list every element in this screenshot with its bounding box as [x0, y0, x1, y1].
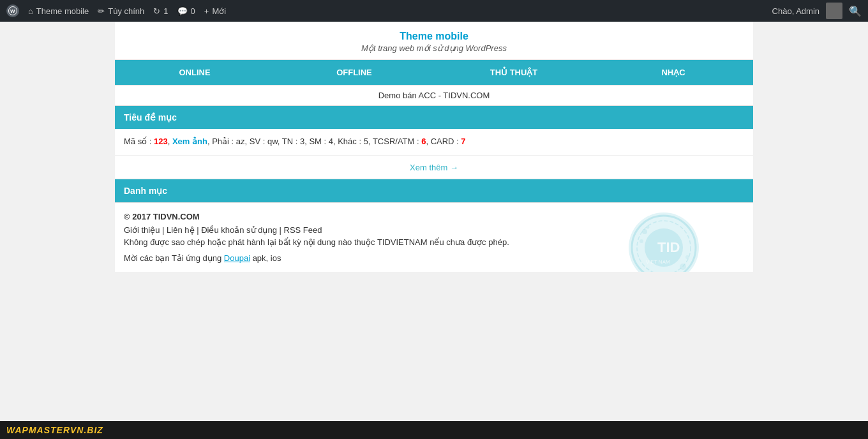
nav-menu: ONLINE OFFLINE THỦ THUẬT NHẠC [115, 60, 753, 85]
card-label: , CARD : [426, 137, 461, 146]
site-header: Theme mobile Một trang web mới sử dụng W… [115, 22, 753, 60]
footer-app-text: Mời các bạn Tải ứng dụng [124, 253, 224, 263]
admin-bar-comments[interactable]: 💬 0 [177, 6, 195, 16]
svg-text:TID: TID [657, 239, 680, 255]
post-item: Mã số : 123, Xem ảnh, Phải : az, SV : qw… [115, 129, 753, 156]
footer-link-about[interactable]: Giới thiệu [124, 225, 160, 235]
new-icon: + [204, 6, 209, 16]
admin-bar-new[interactable]: + Mới [204, 6, 226, 16]
svg-point-9 [640, 239, 643, 243]
svg-point-11 [680, 264, 686, 270]
svg-text:W: W [10, 8, 15, 14]
nav-item-nhac[interactable]: NHẠC [594, 60, 753, 85]
admin-bar-right: Chào, Admin 🔍 [772, 3, 862, 19]
customize-icon: ✏ [98, 6, 105, 16]
bottom-bar: wapmastervn.biz [0, 421, 868, 439]
admin-bar-site-name[interactable]: ⌂ Theme mobile [28, 6, 89, 16]
admin-bar-left: W ⌂ Theme mobile ✏ Tùy chính ↻ 1 💬 0 + M… [6, 4, 762, 17]
ticker-text: Demo bán ACC - TIDVN.COM [378, 91, 490, 100]
admin-bar-customize[interactable]: ✏ Tùy chính [98, 6, 144, 16]
footer-link-contact[interactable]: Liên hệ [167, 225, 194, 235]
footer-link-terms[interactable]: Điều khoản sử dụng [201, 225, 277, 235]
tid-watermark: TID VIET NAM [625, 209, 702, 272]
comments-icon: 💬 [177, 6, 188, 16]
svg-point-10 [647, 225, 650, 228]
search-icon[interactable]: 🔍 [849, 5, 862, 17]
site-footer: TID VIET NAM © 2017 TIDVN.COM Giới thiệu… [115, 202, 753, 272]
nav-item-thuthuat[interactable]: THỦ THUẬT [434, 60, 594, 85]
site-tagline: Một trang web mới sử dụng WordPress [121, 43, 747, 53]
footer-app-link[interactable]: Doupai [224, 253, 250, 263]
post-suffix: , Phải : az, SV : qw, TN : 3, SM : 4, Kh… [207, 137, 421, 146]
svg-point-12 [685, 255, 689, 259]
updates-icon: ↻ [153, 6, 160, 16]
category-header: Danh mục [115, 179, 753, 202]
greeting-text: Chào, Admin [772, 6, 819, 16]
svg-point-8 [642, 229, 647, 234]
see-more-link[interactable]: Xem thêm → [410, 163, 458, 172]
admin-avatar[interactable] [826, 3, 842, 19]
footer-link-rss[interactable]: RSS Feed [284, 225, 322, 235]
content-area: Demo bán ACC - TIDVN.COM Tiêu đề mục Mã … [115, 85, 753, 272]
site-title[interactable]: Theme mobile [121, 31, 747, 42]
wordpress-icon[interactable]: W [6, 4, 19, 17]
footer-app-suffix: apk, ios [250, 253, 281, 263]
svg-text:VIET NAM: VIET NAM [646, 259, 670, 265]
bottom-bar-text: wapmastervn.biz [6, 425, 103, 435]
xem-anh-link[interactable]: Xem ảnh [172, 137, 207, 146]
admin-bar-updates[interactable]: ↻ 1 [153, 6, 168, 16]
see-more-bar: Xem thêm → [115, 156, 753, 179]
admin-bar: W ⌂ Theme mobile ✏ Tùy chính ↻ 1 💬 0 + M… [0, 0, 868, 22]
page-wrapper: Theme mobile Một trang web mới sử dụng W… [115, 22, 753, 272]
maso-label: Mã số : [124, 137, 154, 146]
site-name-icon: ⌂ [28, 6, 33, 16]
section-header: Tiêu đề mục [115, 106, 753, 129]
card-value: 7 [461, 137, 465, 146]
maso-number: 123 [154, 137, 168, 146]
nav-item-online[interactable]: ONLINE [115, 60, 274, 85]
nav-item-offline[interactable]: OFFLINE [274, 60, 434, 85]
ticker-bar: Demo bán ACC - TIDVN.COM [115, 85, 753, 106]
